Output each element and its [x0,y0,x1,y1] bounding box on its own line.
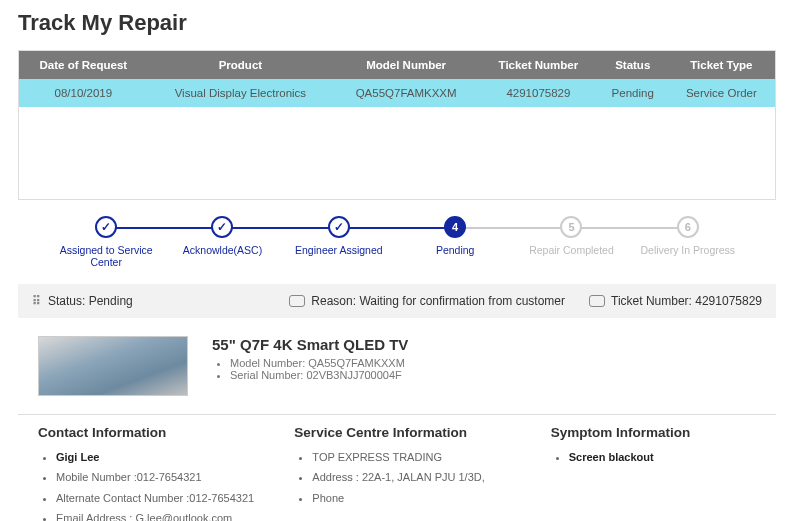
page-title: Track My Repair [18,10,776,36]
drag-icon: ⠿ [32,294,42,308]
step-6: 6Delivery In Progress [630,216,746,268]
status-item: ⠿ Status: Pending [32,294,133,308]
symptom-info: Symptom Information Screen blackout [551,425,756,521]
step-connector [222,227,338,229]
cell-ticket: 4291075829 [479,79,598,107]
step-label: Delivery In Progress [630,244,746,256]
step-connector [339,227,455,229]
service-heading: Service Centre Information [294,425,540,440]
product-name: 55" Q7F 4K Smart QLED TV [212,336,408,353]
status-text: Status: Pending [48,294,133,308]
product-model: Model Number: QA55Q7FAMKXXM [230,357,408,369]
status-bar: ⠿ Status: Pending Reason: Waiting for co… [18,284,776,318]
product-image [38,336,188,396]
col-date: Date of Request [19,51,148,79]
col-type: Ticket Type [668,51,775,79]
cell-product: Visual Display Electronics [148,79,333,107]
product-info: 55" Q7F 4K Smart QLED TV Model Number: Q… [212,336,408,381]
step-4: 4Pending [397,216,513,268]
ticket-text: Ticket Number: 4291075829 [611,294,762,308]
step-number: 4 [444,216,466,238]
product-row: 55" Q7F 4K Smart QLED TV Model Number: Q… [18,318,776,410]
cell-date: 08/10/2019 [19,79,148,107]
contact-info: Contact Information Gigi Lee Mobile Numb… [38,425,284,521]
step-number: 5 [560,216,582,238]
step-label: Pending [397,244,513,256]
step-label: Repair Completed [513,244,629,256]
cell-status: Pending [598,79,668,107]
product-serial: Serial Number: 02VB3NJJ700004F [230,369,408,381]
step-connector [106,227,222,229]
cell-model: QA55Q7FAMKXXM [333,79,479,107]
step-connector [571,227,687,229]
step-label: Acknowlde(ASC) [164,244,280,256]
table-header-row: Date of Request Product Model Number Tic… [19,51,775,79]
step-label: Assigned to Service Center [48,244,164,268]
repair-table: Date of Request Product Model Number Tic… [18,50,776,200]
contact-name: Gigi Lee [56,450,284,465]
col-status: Status [598,51,668,79]
step-number: 6 [677,216,699,238]
service-info: Service Centre Information TOP EXPRESS T… [294,425,540,521]
check-icon: ✓ [328,216,350,238]
divider [18,414,776,415]
step-label: Engineer Assigned [281,244,397,256]
contact-mobile: Mobile Number :012-7654321 [56,470,284,485]
col-product: Product [148,51,333,79]
step-1: ✓Assigned to Service Center [48,216,164,268]
reason-item: Reason: Waiting for confirmation from cu… [289,294,565,308]
service-phone: Phone [312,491,540,506]
col-ticket: Ticket Number [479,51,598,79]
col-model: Model Number [333,51,479,79]
check-icon: ✓ [95,216,117,238]
table-empty-space [19,107,775,199]
step-connector [455,227,571,229]
cell-type: Service Order [668,79,775,107]
ticket-item: Ticket Number: 4291075829 [589,294,762,308]
contact-alt: Alternate Contact Number :012-7654321 [56,491,284,506]
contact-heading: Contact Information [38,425,284,440]
table-row[interactable]: 08/10/2019 Visual Display Electronics QA… [19,79,775,107]
reason-text: Reason: Waiting for confirmation from cu… [311,294,565,308]
step-2: ✓Acknowlde(ASC) [164,216,280,268]
service-name: TOP EXPRESS TRADING [312,450,540,465]
tag-icon [289,295,305,307]
check-icon: ✓ [211,216,233,238]
step-5: 5Repair Completed [513,216,629,268]
info-columns: Contact Information Gigi Lee Mobile Numb… [18,425,776,521]
symptom-text: Screen blackout [569,450,756,465]
step-3: ✓Engineer Assigned [281,216,397,268]
symptom-heading: Symptom Information [551,425,756,440]
service-address: Address : 22A-1, JALAN PJU 1/3D, [312,470,540,485]
ticket-icon [589,295,605,307]
contact-email: Email Address : G.lee@outlook.com [56,511,284,521]
progress-steps: ✓Assigned to Service Center✓Acknowlde(AS… [18,200,776,278]
